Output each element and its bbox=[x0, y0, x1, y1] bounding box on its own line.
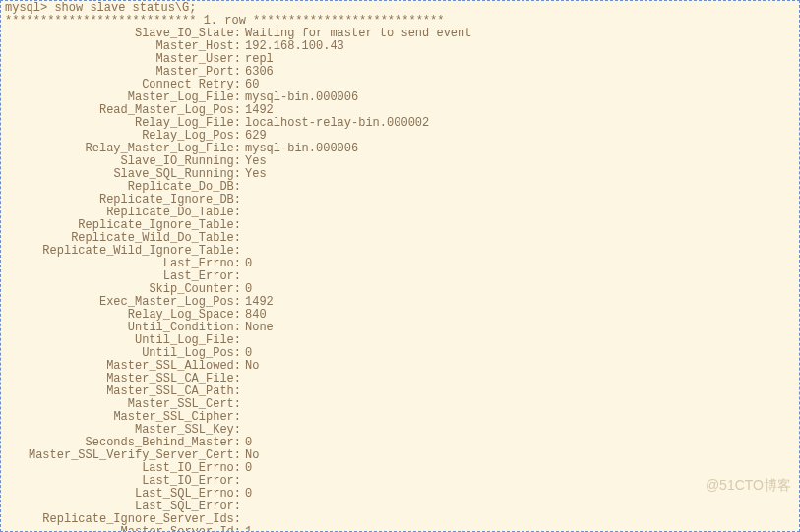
status-value: 1492 bbox=[245, 295, 274, 309]
status-value: repl bbox=[245, 52, 274, 66]
status-value: No bbox=[245, 359, 259, 373]
status-value: 0 bbox=[245, 461, 252, 475]
status-row: Slave_IO_State:Waiting for master to sen… bbox=[5, 28, 795, 40]
status-value: None bbox=[245, 321, 274, 334]
status-value: 0 bbox=[245, 282, 252, 296]
status-value: 0 bbox=[245, 487, 252, 501]
status-row: Last_Errno:0 bbox=[5, 258, 795, 270]
status-value: localhost-relay-bin.000002 bbox=[245, 116, 429, 130]
status-row: Last_IO_Error: bbox=[5, 475, 795, 488]
status-row: Connect_Retry:60 bbox=[5, 79, 795, 91]
status-row: Replicate_Wild_Ignore_Table: bbox=[5, 245, 795, 258]
status-row: Until_Condition:None bbox=[5, 322, 795, 334]
status-rows-container: Slave_IO_State:Waiting for master to sen… bbox=[5, 28, 795, 532]
status-value: Yes bbox=[245, 167, 267, 181]
status-value: 1492 bbox=[245, 103, 274, 117]
status-row: Relay_Log_File:localhost-relay-bin.00000… bbox=[5, 117, 795, 130]
status-row: Last_Error: bbox=[5, 270, 795, 283]
status-value: mysql-bin.000006 bbox=[245, 142, 358, 155]
status-value: No bbox=[245, 448, 259, 462]
status-value: 0 bbox=[245, 257, 252, 270]
status-value: Yes bbox=[245, 154, 267, 168]
status-value: mysql-bin.000006 bbox=[245, 90, 358, 104]
status-row: Until_Log_File: bbox=[5, 334, 795, 347]
status-row: Relay_Log_Space:840 bbox=[5, 309, 795, 322]
status-row: Last_SQL_Errno:0 bbox=[5, 488, 795, 501]
status-value: 192.168.100.43 bbox=[245, 39, 344, 53]
status-row: Slave_SQL_Running:Yes bbox=[5, 168, 795, 181]
status-row: Master_SSL_Verify_Server_Cert:No bbox=[5, 449, 795, 462]
status-value: 0 bbox=[245, 436, 252, 449]
status-row: Master_SSL_CA_Path: bbox=[5, 385, 795, 398]
status-value: 60 bbox=[245, 78, 259, 91]
status-row: Exec_Master_Log_Pos:1492 bbox=[5, 296, 795, 309]
status-row: Master_Port:6306 bbox=[5, 66, 795, 79]
status-row: Master_SSL_Cipher: bbox=[5, 411, 795, 424]
status-value: 1 bbox=[245, 525, 252, 532]
status-row: Master_Host:192.168.100.43 bbox=[5, 40, 795, 53]
status-value: 629 bbox=[245, 129, 267, 143]
status-value: 0 bbox=[245, 346, 252, 360]
status-row: Master_Server_Id:1 bbox=[5, 526, 795, 532]
status-row: Last_IO_Errno:0 bbox=[5, 462, 795, 475]
status-value: 840 bbox=[245, 308, 267, 322]
status-value: Waiting for master to send event bbox=[245, 27, 471, 40]
status-value: 6306 bbox=[245, 65, 274, 79]
status-row: Master_User:repl bbox=[5, 53, 795, 66]
status-label: Master_Server_Id: bbox=[5, 526, 241, 532]
